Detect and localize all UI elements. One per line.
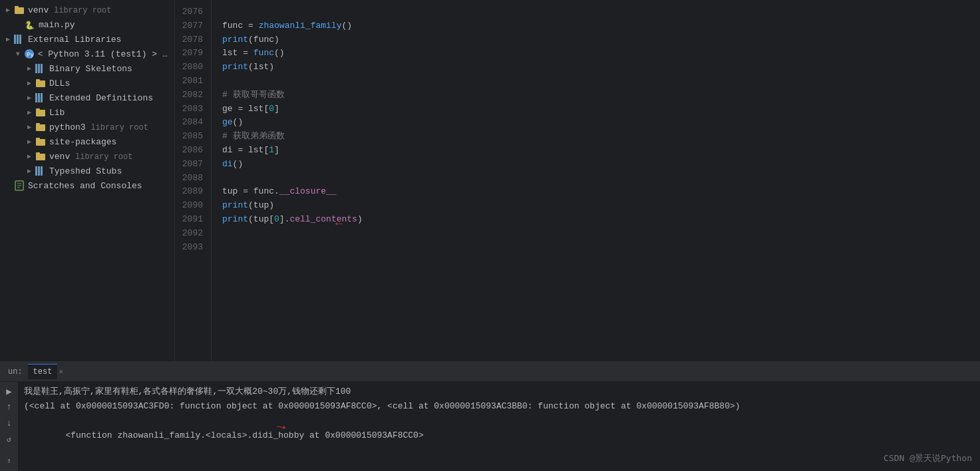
svg-rect-20	[36, 139, 45, 146]
red-arrow-annotation-2: ←	[275, 414, 287, 440]
stop-icon[interactable]: ⇑	[3, 454, 16, 467]
arrow-icon: ▶	[24, 123, 35, 131]
python-file-icon: 🐍	[24, 19, 36, 30]
svg-rect-19	[36, 123, 40, 125]
folder-icon	[35, 107, 47, 118]
arrow-icon: ▼	[13, 51, 23, 58]
arrow-icon: ▶	[24, 152, 35, 160]
output-line-2: (<cell at 0x0000015093AC3FD0: function o…	[24, 399, 975, 414]
code-line-2076	[222, 5, 980, 19]
bottom-output: 我是鞋王,高振宁,家里有鞋柜,各式各样的奢侈鞋,一双大概20~30万,钱物还剩下…	[19, 382, 980, 471]
sidebar-label: Typeshed Stubs	[49, 166, 122, 176]
sidebar-item-binary-skeletons[interactable]: ▶ Binary Skeletons	[0, 61, 174, 76]
code-container: 2076 2077 2078 2079 2080 2081 2082 2083 …	[175, 0, 980, 361]
sidebar-item-typeshed-stubs[interactable]: ▶ Typeshed Stubs	[0, 164, 174, 178]
output-line-3: <function zhaowanli_family.<locals>.didi…	[24, 414, 975, 471]
down-icon[interactable]: ↓	[3, 416, 16, 430]
stubs-icon	[35, 166, 47, 176]
python-icon: Py	[23, 49, 35, 59]
sidebar-item-lib[interactable]: ▶ Lib	[0, 105, 174, 120]
sidebar: ▶ venv library root 🐍 main.py ▶ External…	[0, 0, 175, 361]
watermark: CSDN @景天说Python	[884, 451, 972, 466]
svg-rect-0	[15, 7, 24, 14]
arrow-icon: ▶	[24, 167, 35, 175]
sidebar-item-dlls[interactable]: ▶ DLLs	[0, 76, 174, 90]
svg-rect-17	[36, 108, 40, 110]
sidebar-item-scratches[interactable]: Scratches and Consoles	[0, 178, 174, 193]
code-line-2088	[222, 172, 980, 186]
folder-icon	[35, 136, 47, 147]
sidebar-label-scratches: Scratches and Consoles	[28, 181, 142, 191]
code-line-2082: # 获取哥哥函数	[222, 88, 980, 102]
arrow-icon: ▶	[24, 94, 35, 102]
arrow-icon: ▶	[3, 35, 13, 43]
svg-rect-15	[41, 93, 43, 102]
sidebar-item-python311[interactable]: ▼ Py < Python 3.11 (test1) > F:\p	[0, 47, 174, 61]
svg-rect-9	[38, 64, 40, 73]
folder-icon	[35, 122, 47, 132]
sidebar-label-extended-definitions: Extended Definitions	[49, 93, 153, 103]
line-numbers: 2076 2077 2078 2079 2080 2081 2082 2083 …	[175, 0, 212, 361]
main-area: ▶ venv library root 🐍 main.py ▶ External…	[0, 0, 980, 361]
code-line-2093	[222, 241, 980, 255]
sidebar-label: < Python 3.11 (test1) > F:\p	[38, 49, 172, 59]
svg-rect-8	[35, 64, 37, 73]
bottom-toolbar: ▶ ↑ ↓ ↺ ⇑	[0, 382, 19, 471]
sidebar-label: venv library root	[28, 5, 111, 15]
close-tab-icon[interactable]: ✕	[59, 367, 63, 376]
sidebar-label: DLLs	[49, 78, 70, 88]
svg-rect-12	[36, 79, 40, 81]
run-icon[interactable]: ▶	[3, 385, 16, 398]
rerun-icon[interactable]: ↺	[3, 432, 16, 446]
sidebar-label: venv library root	[49, 152, 132, 162]
red-arrow-annotation-1: ←	[335, 214, 343, 234]
scratches-icon	[13, 180, 25, 191]
svg-rect-13	[35, 93, 37, 102]
sidebar-item-external-libraries[interactable]: ▶ External Libraries	[0, 32, 174, 47]
arrow-icon: ▶	[3, 6, 13, 14]
svg-rect-4	[17, 35, 19, 44]
folder-icon	[35, 78, 47, 88]
sidebar-item-extended-definitions[interactable]: ▶ Extended Definitions	[0, 90, 174, 105]
arrow-icon: ▶	[24, 65, 35, 73]
code-line-2078: print(func)	[222, 33, 980, 47]
sidebar-item-site-packages[interactable]: ▶ site-packages	[0, 134, 174, 149]
bottom-tab-test[interactable]: test	[28, 364, 58, 379]
stubs-icon	[35, 92, 47, 103]
sidebar-item-python3-root[interactable]: ▶ python3 library root	[0, 120, 174, 134]
code-line-2081	[222, 75, 980, 88]
svg-rect-18	[36, 124, 45, 131]
sidebar-label: Lib	[49, 108, 65, 118]
svg-rect-22	[36, 154, 45, 160]
svg-rect-21	[36, 138, 40, 140]
sidebar-item-venv-lib[interactable]: ▶ venv library root	[0, 149, 174, 164]
sidebar-label: site-packages	[49, 137, 116, 147]
code-line-2085: # 获取弟弟函数	[222, 130, 980, 144]
svg-rect-23	[36, 152, 40, 154]
svg-rect-5	[19, 35, 21, 44]
folder-icon	[35, 151, 47, 162]
svg-rect-24	[35, 166, 37, 176]
svg-rect-26	[41, 166, 43, 176]
code-line-2091: print(tup[0].cell_contents) ←	[222, 213, 980, 227]
code-body[interactable]: func = zhaowanli_family() print(func) ls…	[212, 0, 980, 361]
run-label: un:	[3, 365, 28, 379]
up-icon[interactable]: ↑	[3, 400, 16, 414]
stubs-icon	[35, 63, 47, 74]
sidebar-label: External Libraries	[28, 35, 121, 45]
sidebar-item-venv-root[interactable]: ▶ venv library root	[0, 3, 174, 17]
code-line-2087: di()	[222, 158, 980, 172]
bottom-content: ▶ ↑ ↓ ↺ ⇑ 我是鞋王,高振宁,家里有鞋柜,各式各样的奢侈鞋,一双大概20…	[0, 382, 980, 471]
sidebar-label: Binary Skeletons	[49, 64, 132, 74]
svg-rect-10	[41, 64, 43, 73]
editor-area: 2076 2077 2078 2079 2080 2081 2082 2083 …	[175, 0, 980, 361]
folder-icon	[13, 5, 25, 15]
code-line-2079: lst = func()	[222, 47, 980, 61]
arrow-icon: ▶	[24, 79, 35, 87]
libs-icon	[13, 34, 25, 45]
svg-rect-1	[15, 6, 19, 8]
svg-rect-14	[38, 93, 40, 102]
sidebar-item-main-py[interactable]: 🐍 main.py	[0, 17, 174, 32]
code-line-2090: print(tup)	[222, 199, 980, 213]
svg-rect-11	[36, 80, 45, 87]
